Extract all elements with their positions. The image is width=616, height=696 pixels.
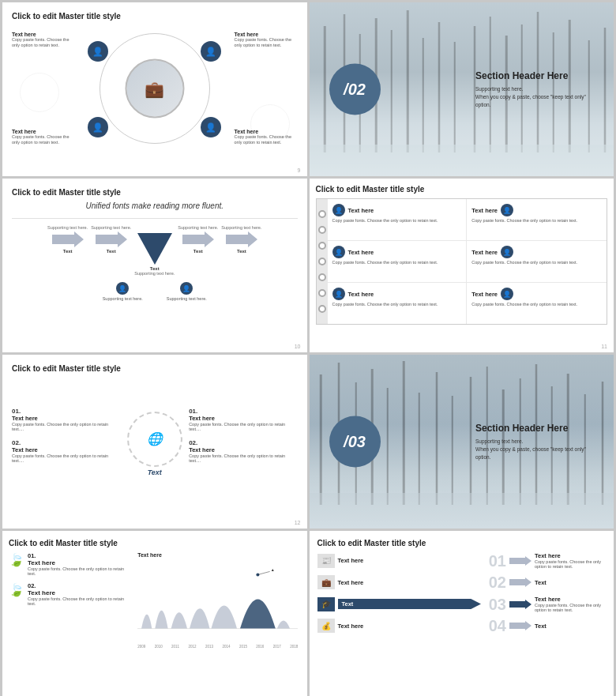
svg-rect-30 [386, 388, 388, 505]
arrow-group-2: Supporting text here. Text [91, 225, 131, 254]
text-br-label: Text here [235, 129, 298, 134]
left-title-1: Text here [28, 559, 131, 566]
num-4: 04 [484, 618, 506, 634]
text-bl-label: Text here [12, 129, 75, 134]
left-title-row4: Text here [338, 623, 482, 630]
svg-text:▲: ▲ [271, 567, 275, 572]
ring-2 [318, 226, 326, 234]
num-2: 02 [484, 574, 506, 590]
arrow-svg-2 [96, 231, 127, 247]
process-item-2: 02. Text here Copy paste fonts. Choose t… [12, 439, 120, 463]
svg-rect-33 [435, 372, 438, 505]
process-area: 01. Text here Copy paste fonts. Choose t… [12, 378, 298, 500]
slide-7-content: 🍃 01. Text here Copy paste fonts. Choose… [9, 552, 301, 649]
arrow-svg-4 [226, 231, 257, 247]
left-num-2: 02. [28, 582, 131, 589]
arrow-group-3: Supporting text here. Text [178, 225, 218, 254]
right-body-1: Copy paste fonts. Choose the only option… [535, 559, 606, 569]
svg-rect-1 [323, 26, 325, 152]
left-content-1: Text here [338, 557, 482, 564]
person-icon-bl: 👤 [88, 117, 108, 137]
nb-cell-4-body: Copy paste fonts. Choose the only option… [471, 260, 602, 265]
center-arrow-support: Supporting text here. [134, 271, 175, 276]
svg-marker-51 [509, 600, 531, 609]
right-items: 01. Text here Copy paste fonts. Choose t… [189, 408, 297, 471]
text-box-tl: Text here Copy paste fonts. Choose the o… [12, 32, 75, 48]
section-text-block-2: Section Header Here Supporting text here… [475, 423, 602, 461]
nb-person-2: 👤 [501, 204, 513, 216]
notebook: 👤 Text here Copy paste fonts. Choose the… [316, 198, 608, 325]
num-3: 03 [484, 596, 506, 612]
icon-box-1: 📰 [317, 554, 335, 568]
person-icon-br: 👤 [201, 117, 221, 137]
right-title-4: Text [535, 623, 606, 630]
svg-marker-21 [96, 231, 127, 247]
nb-cell-3: 👤 Text here Copy paste fonts. Choose the… [328, 241, 468, 283]
slide-number-1: 9 [298, 167, 301, 173]
left-item-2: 🍃 02. Text here Copy paste fonts. Choose… [9, 582, 131, 606]
business-icon: 💼 [145, 79, 164, 98]
text-br-body: Copy paste fonts. Choose the only option… [235, 134, 298, 145]
person-2-label: Supporting text here. [167, 296, 207, 301]
left-content-2: Text here [338, 579, 482, 586]
section-header-2: Section Header Here [475, 423, 602, 434]
leaf-icon-1: 🍃 [9, 552, 24, 567]
svg-marker-22 [137, 233, 172, 265]
svg-rect-26 [319, 374, 321, 505]
arrow-4 [509, 621, 531, 630]
nb-cell-3-title: 👤 Text here [332, 246, 462, 258]
svg-rect-5 [390, 30, 392, 152]
person-icon-tl: 👤 [88, 41, 108, 62]
divider [12, 218, 298, 219]
big-arrow-svg [137, 233, 172, 265]
right-body-3: Copy paste fonts. Choose the only option… [535, 603, 606, 612]
center-circle-wrapper: 🌐 Text [127, 412, 182, 467]
arrow-support-1: Supporting text here. [47, 225, 88, 230]
left-body-1: Copy paste fonts. Choose the only option… [28, 566, 131, 576]
slide-2: /02 Section Header Here Supporting text … [310, 2, 614, 176]
ring-5 [318, 273, 326, 281]
nb-person-3: 👤 [332, 246, 345, 258]
text-box-br: Text here Copy paste fonts. Choose the o… [235, 129, 298, 145]
left-title-row2: Text here [338, 579, 482, 586]
right-4: Text [535, 623, 606, 630]
slide-7: Click to edit Master title style 🍃 01. T… [2, 531, 307, 696]
ring-6 [318, 289, 326, 297]
nb-person-5: 👤 [332, 288, 345, 300]
svg-marker-20 [52, 231, 84, 247]
left-title-row1: Text here [338, 557, 482, 564]
center-image: 💼 [125, 59, 184, 119]
left-title-row3: Text [342, 600, 478, 608]
svg-rect-18 [603, 28, 606, 152]
arrow-label-1: Text [63, 249, 73, 254]
left-text-1: 01. Text here Copy paste fonts. Choose t… [28, 552, 131, 576]
nb-person-6: 👤 [501, 288, 513, 300]
ring-7 [318, 305, 326, 313]
nb-cell-5-title: 👤 Text here [332, 288, 462, 300]
slide-8: Click to edit Master title style 📰 Text … [310, 531, 614, 696]
chart-title: Text here [137, 552, 298, 558]
arrow-support-4: Supporting text here. [221, 225, 261, 230]
right-title-2: Text [535, 579, 606, 586]
icon-box-3: 🎓 [317, 597, 335, 611]
italic-text: Unified fonts make reading more fluent. [12, 201, 298, 210]
right-1: Text here Copy paste fonts. Choose the o… [535, 552, 606, 569]
slide-1-title: Click to edit Master title style [12, 12, 298, 21]
bg-circle-1 [20, 73, 59, 112]
text-tr-body: Copy paste fonts. Choose the only option… [235, 37, 298, 48]
arrow-3 [509, 600, 531, 609]
left-content-4: Text here [338, 623, 482, 630]
arrow-svg-3 [182, 231, 214, 247]
process-item-4: 02. Text here Copy paste fonts. Choose t… [189, 439, 297, 463]
center-proc-text: Text [148, 468, 162, 476]
svg-rect-31 [402, 361, 404, 505]
x-labels: 2009 2010 2011 2012 2013 2014 2015 2016 … [137, 645, 298, 649]
svg-marker-52 [509, 621, 531, 630]
person-icon-tr: 👤 [201, 41, 221, 62]
arrow-group-1: Supporting text here. Text [47, 225, 88, 254]
svg-marker-49 [509, 556, 531, 566]
list-row-3: 🎓 Text 03 Text here Copy paste fonts. Ch… [317, 596, 607, 612]
text-tl-body: Copy paste fonts. Choose the only option… [12, 37, 75, 48]
list-row-2: 💼 Text here 02 Text [317, 574, 607, 590]
nb-cell-6-body: Copy paste fonts. Choose the only option… [471, 302, 602, 307]
